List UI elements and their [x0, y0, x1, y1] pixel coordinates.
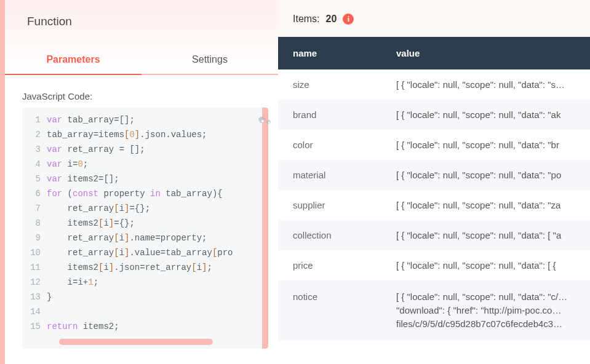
cell-name: notice — [293, 290, 396, 304]
table-row[interactable]: material[ { "locale": null, "scope": nul… — [278, 160, 590, 190]
line-number: 7 — [22, 201, 47, 216]
table-row[interactable]: supplier[ { "locale": null, "scope": nul… — [278, 190, 590, 220]
left-edge-strip — [0, 0, 5, 364]
right-output-panel: Items: 20 i name value size[ { "locale":… — [278, 0, 590, 364]
line-number: 15 — [22, 319, 47, 334]
v-scrollbar[interactable] — [262, 108, 268, 349]
page-title: Function — [5, 0, 278, 28]
cell-name: material — [293, 170, 396, 180]
info-icon[interactable]: i — [343, 14, 354, 25]
table-row[interactable]: brand[ { "locale": null, "scope": null, … — [278, 100, 590, 130]
line-number: 10 — [22, 245, 47, 260]
line-number: 3 — [22, 142, 47, 157]
items-count: 20 — [326, 14, 337, 25]
line-number: 13 — [22, 290, 47, 304]
cell-value: [ { "locale": null, "scope": null, "data… — [396, 170, 590, 180]
code-line: 2tab_array=items[0].json.values; — [22, 127, 268, 142]
gear-icon[interactable] — [257, 115, 279, 127]
code-line: 12 i=i+1; — [22, 275, 268, 290]
tab-settings[interactable]: Settings — [142, 47, 278, 75]
cell-value: [ { "locale": null, "scope": null, "data… — [396, 290, 590, 331]
cell-value: [ { "locale": null, "scope": null, "data… — [396, 140, 590, 150]
line-number: 14 — [22, 304, 47, 319]
table-body: size[ { "locale": null, "scope": null, "… — [278, 69, 590, 364]
line-number: 2 — [22, 127, 47, 142]
th-name: name — [293, 48, 396, 58]
code-line: 13} — [22, 290, 268, 304]
code-line: 3var ret_array = []; — [22, 142, 268, 157]
output-header: Items: 20 i — [278, 0, 590, 37]
code-line: 1var tab_array=[]; — [22, 113, 268, 127]
code-field-label: JavaScript Code: — [5, 75, 278, 101]
cell-value: [ { "locale": null, "scope": null, "data… — [396, 200, 590, 210]
cell-name: size — [293, 79, 396, 90]
h-scrollbar[interactable] — [59, 339, 213, 345]
line-number: 5 — [22, 172, 47, 186]
cell-name: price — [293, 260, 396, 271]
cell-name: collection — [293, 230, 396, 240]
cell-name: brand — [293, 109, 396, 120]
line-number: 9 — [22, 231, 47, 245]
table-header: name value — [278, 37, 590, 69]
line-number: 6 — [22, 186, 47, 201]
cell-value: [ { "locale": null, "scope": null, "data… — [396, 230, 590, 240]
line-number: 11 — [22, 260, 47, 275]
table-row[interactable]: collection[ { "locale": null, "scope": n… — [278, 220, 590, 250]
items-label: Items: — [293, 14, 320, 25]
code-line: 8 items2[i]={}; — [22, 216, 268, 231]
cell-value: [ { "locale": null, "scope": null, "data… — [396, 79, 590, 90]
left-config-panel: Function Parameters Settings JavaScript … — [5, 0, 278, 364]
code-line: 7 ret_array[i]={}; — [22, 201, 268, 216]
svg-point-0 — [261, 120, 264, 122]
code-line: 6for (const property in tab_array){ — [22, 186, 268, 201]
th-value: value — [396, 48, 590, 58]
table-row[interactable]: size[ { "locale": null, "scope": null, "… — [278, 69, 590, 100]
code-line: 5var items2=[]; — [22, 172, 268, 186]
cell-name: color — [293, 140, 396, 150]
cell-value: [ { "locale": null, "scope": null, "data… — [396, 260, 590, 271]
svg-point-1 — [268, 122, 270, 124]
line-number: 8 — [22, 216, 47, 231]
line-number: 1 — [22, 113, 47, 127]
code-line: 9 ret_array[i].name=property; — [22, 231, 268, 245]
code-editor[interactable]: 1var tab_array=[];2tab_array=items[0].js… — [22, 108, 268, 349]
tab-bar: Parameters Settings — [5, 47, 278, 75]
code-line: 4var i=0; — [22, 157, 268, 172]
code-line: 10 ret_array[i].value=tab_array[pro — [22, 245, 268, 260]
tab-parameters[interactable]: Parameters — [5, 47, 142, 75]
line-number: 12 — [22, 275, 47, 290]
cell-value: [ { "locale": null, "scope": null, "data… — [396, 109, 590, 120]
line-number: 4 — [22, 157, 47, 172]
code-line: 11 items2[i].json=ret_array[i]; — [22, 260, 268, 275]
table-row[interactable]: price[ { "locale": null, "scope": null, … — [278, 250, 590, 280]
table-row[interactable]: color[ { "locale": null, "scope": null, … — [278, 130, 590, 160]
cell-name: supplier — [293, 200, 396, 210]
table-row[interactable]: notice[ { "locale": null, "scope": null,… — [278, 280, 590, 341]
code-line: 15return items2; — [22, 319, 268, 334]
code-line: 14 — [22, 304, 268, 319]
